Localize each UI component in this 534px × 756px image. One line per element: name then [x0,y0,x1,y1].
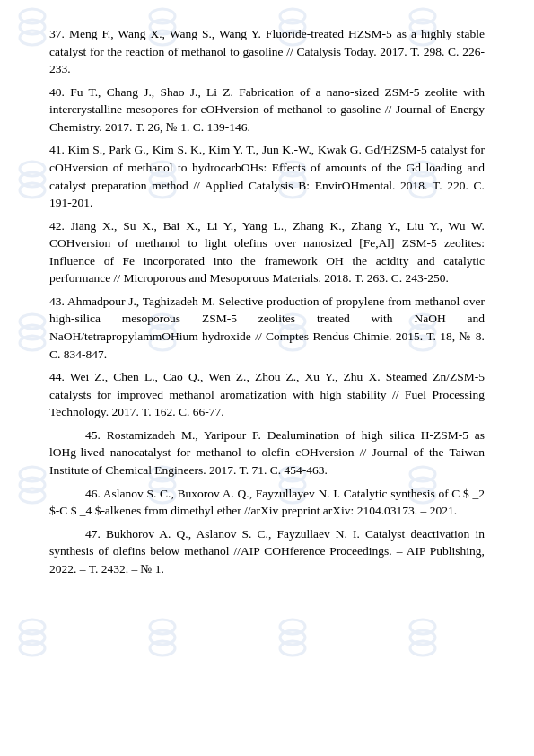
reference-43: 43. Ahmadpour J., Taghizadeh M. Selectiv… [49,293,485,363]
reference-37: 37. Meng F., Wang X., Wang S., Wang Y. F… [49,25,485,78]
page-content: 37. Meng F., Wang X., Wang S., Wang Y. F… [0,0,534,608]
reference-42: 42. Jiang X., Su X., Bai X., Li Y., Yang… [49,217,485,287]
reference-46: 46. Aslanov S. C., Buxorov A. Q., Fayzul… [49,485,485,520]
reference-40: 40. Fu T., Chang J., Shao J., Li Z. Fabr… [49,84,485,136]
reference-44: 44. Wei Z., Chen L., Cao Q., Wen Z., Zho… [49,368,485,421]
reference-45: 45. Rostamizadeh M., Yaripour F. Dealumi… [49,426,485,479]
reference-41: 41. Kim S., Park G., Kim S. K., Kim Y. T… [49,141,485,211]
reference-47: 47. Bukhorov A. Q., Aslanov S. C., Fayzu… [49,525,485,578]
